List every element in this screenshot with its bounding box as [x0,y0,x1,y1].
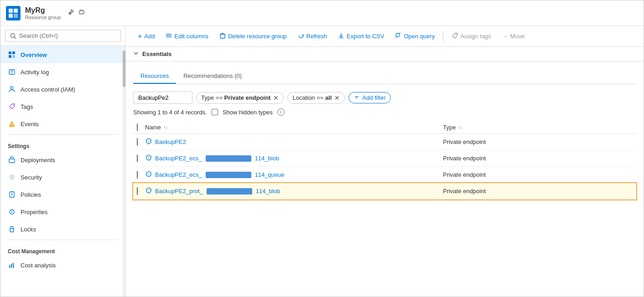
row1-name: BackupPE2 [155,138,186,145]
toolbar-separator [443,31,443,42]
row2-type: Private endpoint [443,155,486,162]
row4-name-link[interactable]: BackupPE2_prot_114_blob [145,187,436,195]
essentials-chevron-icon[interactable] [133,51,139,57]
sidebar-item-label-events: Events [21,121,39,128]
table-row: BackupPE2_prot_114_blob Private endpoint [133,183,636,200]
svg-rect-35 [220,34,225,38]
move-button[interactable]: → Move [498,31,530,42]
sidebar-item-label-deployments: Deployments [21,157,55,164]
sidebar-item-security[interactable]: Security [0,169,125,186]
svg-rect-6 [80,13,83,14]
scroll-thumb[interactable] [123,51,125,87]
table-type-header: Type ↑↓ [439,121,636,134]
refresh-button[interactable]: Refresh [293,30,332,42]
scroll-indicator [123,46,125,297]
assign-tags-button[interactable]: Assign tags [447,30,495,42]
pin-icon[interactable] [67,9,74,18]
activity-log-icon [8,68,16,76]
refresh-icon [298,32,304,40]
sidebar-item-policies[interactable]: Policies [0,186,125,203]
row1-type-cell: Private endpoint [439,134,636,150]
svg-rect-5 [79,11,84,14]
edit-columns-icon [166,32,172,40]
table-select-all-header [133,121,141,134]
svg-rect-22 [10,192,14,197]
sidebar-item-access-control[interactable]: Access control (IAM) [0,81,125,98]
svg-rect-11 [9,55,11,58]
records-info: Showing 1 to 4 of 4 records. Show hidden… [133,108,636,116]
row3-redacted [206,172,251,178]
tab-recommendations[interactable]: Recommendations (0) [176,69,249,84]
svg-rect-30 [11,264,12,268]
search-filter-input[interactable] [133,92,192,104]
sidebar-item-tags[interactable]: Tags [0,98,125,115]
overview-icon [8,51,16,59]
name-sort-icon[interactable]: ↑↓ [163,125,168,130]
essentials-bar: Essentials [126,47,644,61]
export-label: Export to CSV [347,33,384,40]
add-button[interactable]: + Add [133,30,159,43]
sidebar-item-label-security: Security [21,174,42,181]
type-filter-chip: Type == Private endpoint ✕ [196,92,284,104]
row3-name-link[interactable]: BackupPE2_ecs_114_queue [145,170,436,179]
sidebar-item-locks[interactable]: Locks [0,220,125,238]
deployments-icon [8,156,16,164]
properties-icon [8,208,16,216]
row2-name-link[interactable]: BackupPE2_ecs_114_blob [145,154,436,163]
show-hidden-info-icon[interactable]: i [277,108,285,116]
svg-rect-1 [14,9,18,13]
row2-name-cell: BackupPE2_ecs_114_blob [141,150,439,167]
sidebar-item-properties[interactable]: Properties [0,203,125,220]
open-query-label: Open query [404,33,435,40]
type-sort-icon[interactable]: ↑↓ [458,125,462,130]
toolbar: + Add Edit columns Delete resource group [126,26,644,47]
sidebar-item-label-tags: Tags [21,103,33,110]
app-icon [6,6,21,20]
row1-name-link[interactable]: BackupPE2 [145,138,436,146]
edit-columns-label: Edit columns [174,33,208,40]
svg-point-40 [396,33,400,37]
sidebar-item-label-policies: Policies [21,191,41,198]
row4-type: Private endpoint [443,188,486,195]
sidebar-item-activity-log[interactable]: Activity log [0,63,125,81]
row3-checkbox-cell [133,167,141,183]
settings-divider [8,134,118,135]
row4-checkbox[interactable] [137,187,138,195]
location-filter-chip: Location == all ✕ [287,92,345,104]
row1-type: Private endpoint [443,138,486,145]
select-all-checkbox[interactable] [137,123,138,131]
open-query-icon [395,32,401,40]
security-icon [8,173,16,181]
row2-name-suffix: 114_blob [255,155,280,162]
row3-checkbox[interactable] [137,171,138,179]
sidebar-item-cost-analysis[interactable]: Cost analysis [0,256,125,274]
svg-rect-0 [9,9,13,13]
delete-button[interactable]: Delete resource group [215,30,291,42]
sidebar-item-label-access-control: Access control (IAM) [21,86,75,93]
svg-rect-29 [9,265,10,268]
sidebar-item-deployments[interactable]: Deployments [0,151,125,169]
search-icon-wrap: Search (Ctrl+/) [10,32,58,39]
search-input[interactable]: Search (Ctrl+/) [5,30,121,42]
top-bar: MyRg Resource group [0,0,644,26]
svg-point-17 [13,105,14,106]
add-filter-button[interactable]: Add filter [348,92,390,103]
show-hidden-checkbox[interactable] [212,109,218,115]
export-button[interactable]: Export to CSV [333,30,389,42]
row1-checkbox[interactable] [137,138,138,146]
row4-name-part1: BackupPE2_prot_ [155,188,203,195]
move-label: Move [510,33,525,40]
open-query-button[interactable]: Open query [390,30,439,42]
svg-rect-13 [9,70,15,74]
edit-columns-button[interactable]: Edit columns [161,30,213,42]
print-icon[interactable] [78,9,85,18]
export-icon [338,32,344,40]
sidebar-item-events[interactable]: Events [0,115,125,133]
tab-resources[interactable]: Resources [133,69,176,84]
location-filter-close[interactable]: ✕ [334,94,340,102]
svg-point-7 [11,33,15,37]
row2-checkbox[interactable] [137,154,138,162]
type-filter-close[interactable]: ✕ [273,94,279,102]
svg-rect-21 [9,159,15,163]
sidebar-item-overview[interactable]: Overview [0,46,125,63]
